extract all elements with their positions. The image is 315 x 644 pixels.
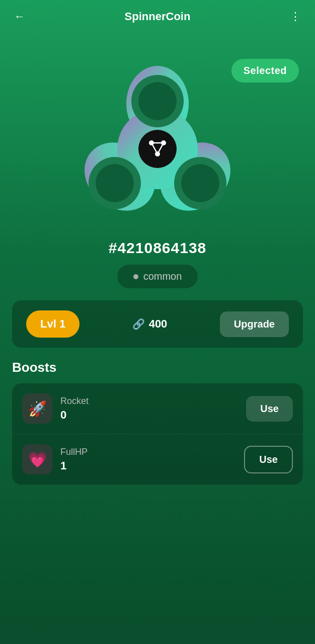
boost-icon-1: 💗: [22, 444, 52, 474]
score-icon: 🔗: [132, 318, 145, 330]
level-badge: Lvl 1: [26, 310, 80, 338]
score-area: 🔗 400: [132, 317, 168, 331]
boost-info-0: Rocket 0: [60, 396, 238, 422]
score-value: 400: [149, 317, 168, 331]
boosts-title: Boosts: [12, 360, 303, 375]
boost-count-1: 1: [60, 459, 236, 472]
boost-use-button-0[interactable]: Use: [246, 396, 293, 422]
boost-item: 🚀 Rocket 0 Use: [12, 383, 303, 434]
stats-card: Lvl 1 🔗 400 Upgrade: [12, 300, 303, 348]
selected-badge: Selected: [231, 59, 299, 83]
upgrade-button[interactable]: Upgrade: [220, 311, 289, 337]
boost-item: 💗 FullHP 1 Use: [12, 434, 303, 485]
back-button[interactable]: ←: [10, 8, 29, 25]
svg-point-7: [96, 164, 134, 202]
boost-count-0: 0: [60, 409, 238, 422]
rarity-badge: common: [117, 265, 198, 288]
spinner-id: #4210864138: [0, 239, 315, 257]
app-header: ← SpinnerCoin ⋮: [0, 0, 315, 33]
svg-point-5: [138, 82, 177, 120]
app-title: SpinnerCoin: [125, 10, 191, 23]
more-button[interactable]: ⋮: [286, 8, 305, 25]
boosts-card: 🚀 Rocket 0 Use 💗 FullHP 1 Use: [12, 383, 303, 485]
svg-point-11: [139, 131, 176, 167]
boost-name-0: Rocket: [60, 396, 238, 407]
boost-use-button-1[interactable]: Use: [244, 446, 293, 473]
boost-info-1: FullHP 1: [60, 447, 236, 472]
svg-point-9: [181, 164, 219, 202]
rarity-text: common: [143, 271, 182, 282]
boost-icon-0: 🚀: [22, 393, 52, 424]
boost-name-1: FullHP: [60, 447, 236, 457]
rarity-dot: [133, 274, 138, 279]
